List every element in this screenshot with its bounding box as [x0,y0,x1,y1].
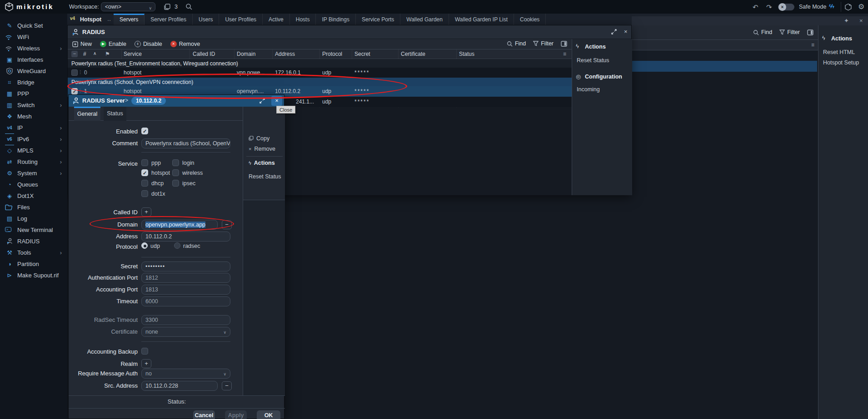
sidebar-item-files[interactable]: Files [0,202,67,213]
close-window-icon[interactable]: × [859,17,863,24]
sidebar-item-dot1x[interactable]: ◈Dot1X [0,190,67,202]
column-called-id[interactable]: Called ID [193,51,215,57]
tab-server-profiles[interactable]: Server Profiles [145,14,193,25]
hotspot-setup-item[interactable]: Hotspot Setup [818,59,868,66]
tab-overflow-icon[interactable]: ‥ [107,14,111,25]
column-menu-icon[interactable]: ≡ [811,42,814,48]
undo-icon[interactable]: ↶ [753,3,758,11]
service-ipsec-checkbox[interactable] [172,180,179,187]
column-address[interactable]: Address [275,51,295,57]
table-comment-row-selected[interactable]: Powerlynx radius (School, OpenVPN coenne… [68,78,572,86]
gear-icon[interactable]: ⚙ [858,2,864,11]
close-window-icon[interactable]: × [624,28,628,35]
enable-button[interactable]: ▶Enable [100,41,126,47]
secret-input[interactable]: •••••••• [141,261,230,271]
reset-status-item[interactable]: Reset Status [572,57,632,64]
incoming-item[interactable]: Incoming [572,86,632,93]
dialog-titlebar[interactable]: RADIUS Server > 10.112.0.2 × [69,95,284,107]
column-certificate[interactable]: Certificate [401,51,425,57]
sidebar-item-wireless[interactable]: Wireless› [0,43,67,54]
tab-service-ports[interactable]: Service Ports [356,14,400,25]
protocol-udp-radio[interactable] [141,242,148,249]
service-login-checkbox[interactable] [172,159,179,166]
hotspot-table-row[interactable] [632,50,817,61]
service-hotspot-checkbox[interactable]: ✓ [141,169,148,176]
side-panel-toggle-icon[interactable] [807,30,813,35]
remove-domain-button[interactable]: − [222,220,232,229]
remove-button[interactable]: ×Remove [170,41,200,47]
sidebar-item-wifi[interactable]: WiFi [0,31,67,43]
package-add-icon[interactable] [844,3,852,11]
sidebar-item-new-terminal[interactable]: >_New Terminal [0,224,67,236]
close-dialog-button[interactable]: × [271,96,282,106]
expand-window-icon[interactable] [611,29,617,35]
service-wireless-checkbox[interactable] [172,169,179,176]
redo-icon[interactable]: ↷ [766,3,772,11]
column-menu-icon[interactable]: ≡ [563,51,566,57]
hotspot-filter-button[interactable]: Filter [779,29,800,35]
sidebar-item-ip[interactable]: v4IP› [0,122,67,133]
tab-servers[interactable]: Servers [114,14,145,25]
disconnected-icon[interactable]: ϟϟ [829,3,833,10]
radius-find-button[interactable]: Find [507,40,526,47]
sidebar-item-bridge[interactable]: ⌗Bridge [0,77,67,88]
sidebar-item-system[interactable]: ⚙System› [0,168,67,179]
row-checkbox-checked[interactable]: ✓ [71,88,78,94]
copy-menu-item[interactable]: Copy [249,135,269,142]
accounting-backup-checkbox[interactable] [141,348,148,355]
sidebar-item-ppp[interactable]: ▦PPP [0,88,67,99]
disable-button[interactable]: ‖Disable [135,41,162,47]
radsec-timeout-input[interactable]: 3300 [141,315,230,325]
tab-user-profiles[interactable]: User Profiles [219,14,263,25]
new-button[interactable]: New [72,41,92,47]
comment-input[interactable]: Powerlynx radius (School, OpenV [141,138,230,148]
radius-filter-button[interactable]: Filter [533,40,554,47]
add-called-id-button[interactable]: + [141,207,151,217]
tab-ip-bindings[interactable]: IP Bindings [316,14,356,25]
column-service[interactable]: Service [124,51,142,57]
sidebar-item-mesh[interactable]: ❖Mesh [0,111,67,122]
tab-users[interactable]: Users [193,14,219,25]
column-protocol[interactable]: Protocol [322,51,342,57]
detach-window-icon[interactable]: ✦ [844,17,849,24]
column-number[interactable]: # [83,51,86,57]
sidebar-item-interfaces[interactable]: ▣Interfaces [0,54,67,65]
safe-mode-toggle[interactable]: × [778,4,794,10]
sidebar-item-partition[interactable]: ◑Partition [0,258,67,270]
remove-src-address-button[interactable]: − [222,381,232,390]
radius-titlebar[interactable]: RADIUS × [68,25,631,39]
reset-html-item[interactable]: Reset HTML [818,49,868,55]
service-ppp-checkbox[interactable] [141,159,148,166]
service-dhcp-checkbox[interactable] [141,180,148,187]
hotspot-table-row-selected[interactable] [632,61,817,72]
require-message-auth-select[interactable]: no∨ [141,369,230,379]
flag-icon[interactable]: ⚑ [105,51,110,57]
add-realm-button[interactable]: + [141,359,151,368]
table-comment-row[interactable]: Powerlynx radius (Test_Environment locat… [68,59,572,68]
workspace-select[interactable]: <own> ∨ [101,2,155,11]
row-checkbox[interactable] [71,69,78,76]
column-secret[interactable]: Secret [354,51,370,57]
select-all-checkbox[interactable]: − [71,51,78,57]
apply-button[interactable]: Apply [225,410,247,419]
acct-port-input[interactable]: 1813 [141,285,230,295]
sidebar-item-queues[interactable]: ◔Queues [0,179,67,190]
sort-asc-icon[interactable]: ∧ [93,51,96,56]
domain-input[interactable]: openvpn.powerlynx.app [141,220,218,230]
sidebar-item-routing[interactable]: ⇄Routing› [0,156,67,168]
tab-active[interactable]: Active [263,14,290,25]
sidebar-item-wireguard[interactable]: WireGuard [0,65,67,77]
sidebar-item-log[interactable]: ▤Log [0,213,67,224]
protocol-radsec-radio[interactable] [174,242,180,249]
sidebar-item-radius[interactable]: RADIUS [0,236,67,247]
tab-general[interactable]: General [74,107,100,121]
sidebar-item-switch[interactable]: ▥Switch› [0,99,67,111]
certificate-select[interactable]: none∨ [141,327,230,337]
tab-cookies[interactable]: Cookies [514,14,546,25]
hotspot-find-button[interactable]: Find [753,29,772,35]
tab-status[interactable]: Status [104,107,126,121]
address-input[interactable]: 10.112.0.2 [141,232,230,242]
sidebar-item-tools[interactable]: ⚒Tools› [0,247,67,258]
column-status[interactable]: Status [459,51,474,57]
ok-button[interactable]: OK [257,410,280,419]
